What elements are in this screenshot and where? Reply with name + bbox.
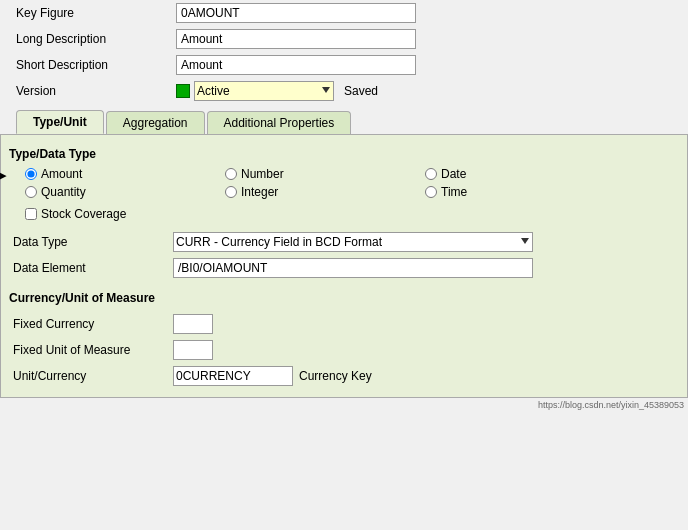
radio-quantity-item: Quantity [25,185,225,199]
key-figure-label: Key Figure [16,6,176,20]
fixed-currency-row: Fixed Currency [13,311,679,337]
version-select[interactable]: Active [194,81,334,101]
radio-time-label: Time [441,185,467,199]
data-element-label: Data Element [13,261,173,275]
saved-status: Saved [344,84,378,98]
content-wrapper: ▶ Type/Data Type Amount Number Date [9,147,679,389]
key-figure-row: Key Figure [8,0,688,26]
short-description-label: Short Description [16,58,176,72]
radio-grid: Amount Number Date Quantity [25,167,679,199]
stock-coverage-checkbox[interactable] [25,208,37,220]
unit-currency-input[interactable] [173,366,293,386]
version-controls: Active Saved [176,81,378,101]
main-container: Key Figure Long Description Short Descri… [0,0,688,530]
radio-date-item: Date [425,167,625,181]
radio-integer-label: Integer [241,185,278,199]
radio-number[interactable] [225,168,237,180]
short-description-input[interactable] [176,55,416,75]
data-section: Data Type CURR - Currency Field in BCD F… [9,229,679,281]
tab-content: ▶ Type/Data Type Amount Number Date [0,134,688,398]
url-bar: https://blog.csdn.net/yixin_45389053 [0,398,688,412]
fixed-unit-row: Fixed Unit of Measure [13,337,679,363]
radio-integer-item: Integer [225,185,425,199]
tabs-container: Type/Unit Aggregation Additional Propert… [0,110,688,398]
currency-key-label: Currency Key [299,369,372,383]
radio-quantity-label: Quantity [41,185,86,199]
radio-number-item: Number [225,167,425,181]
data-element-row: Data Element [13,255,679,281]
data-type-select[interactable]: CURR - Currency Field in BCD Format [173,232,533,252]
unit-currency-label: Unit/Currency [13,369,173,383]
tab-aggregation[interactable]: Aggregation [106,111,205,134]
long-description-input[interactable] [176,29,416,49]
radio-time[interactable] [425,186,437,198]
radio-number-label: Number [241,167,284,181]
fixed-currency-label: Fixed Currency [13,317,173,331]
tab-type-unit[interactable]: Type/Unit [16,110,104,134]
unit-currency-row: Unit/Currency Currency Key [13,363,679,389]
fixed-currency-input[interactable] [173,314,213,334]
radio-amount-item: Amount [25,167,225,181]
version-row: Version Active Saved [8,78,688,104]
radio-integer[interactable] [225,186,237,198]
short-description-row: Short Description [8,52,688,78]
data-type-row: Data Type CURR - Currency Field in BCD F… [13,229,679,255]
header-section: Key Figure Long Description Short Descri… [0,0,688,104]
radio-date[interactable] [425,168,437,180]
radio-quantity[interactable] [25,186,37,198]
stock-coverage-label: Stock Coverage [41,207,126,221]
currency-section: Currency/Unit of Measure Fixed Currency … [9,291,679,389]
stock-coverage-item: Stock Coverage [25,207,679,221]
tab-additional-properties[interactable]: Additional Properties [207,111,352,134]
data-type-label: Data Type [13,235,173,249]
fixed-unit-label: Fixed Unit of Measure [13,343,173,357]
type-data-type-section: Type/Data Type [9,147,679,161]
green-status-box [176,84,190,98]
radio-time-item: Time [425,185,625,199]
long-description-label: Long Description [16,32,176,46]
radio-date-label: Date [441,167,466,181]
data-element-input[interactable] [173,258,533,278]
fixed-unit-input[interactable] [173,340,213,360]
currency-section-header: Currency/Unit of Measure [9,291,679,305]
tabs-row: Type/Unit Aggregation Additional Propert… [0,110,688,134]
version-label: Version [16,84,176,98]
radio-amount[interactable] [25,168,37,180]
key-figure-input[interactable] [176,3,416,23]
long-description-row: Long Description [8,26,688,52]
left-indicator: ▶ [0,167,6,183]
radio-amount-label: Amount [41,167,82,181]
